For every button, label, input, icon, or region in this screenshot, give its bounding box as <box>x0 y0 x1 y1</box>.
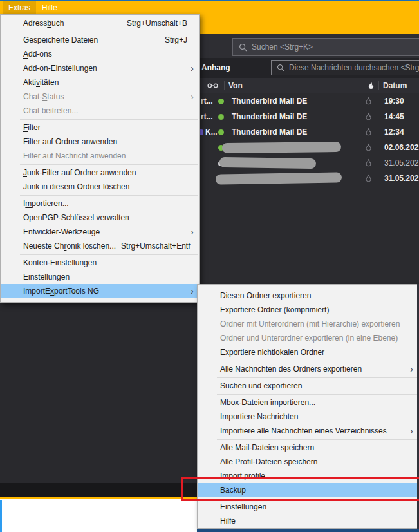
menu-separator <box>20 254 198 255</box>
menu-item-importiere-alle-nachrichten-eines-verzeichnisses[interactable]: Importiere alle Nachrichten eines Verzei… <box>198 424 418 438</box>
filter-messages-search-input[interactable]: Diese Nachrichten durchsuchen <Strg+ <box>271 60 419 75</box>
menu-item-openpgp-schlussel-verwalten[interactable]: OpenPGP-Schlüssel verwalten <box>1 211 199 225</box>
menubar-item-hilfe[interactable]: Hilfe <box>36 1 63 14</box>
flame-icon <box>365 128 372 136</box>
menu-item-label: Entwickler-Werkzeuge <box>23 225 100 239</box>
folder-pane-background <box>0 303 200 483</box>
taskbar-edge <box>197 529 419 532</box>
menu-item-label: Filter <box>23 120 41 135</box>
menu-item-label: Filter auf Ordner anwenden <box>23 135 117 149</box>
menu-item-filter[interactable]: Filter <box>1 120 199 135</box>
message-row[interactable]: rt...Thunderbird Mail DE14:45 <box>200 109 419 124</box>
menu-item-label: Alle Profil-Dateien speichern <box>220 455 317 469</box>
column-divider <box>364 81 364 90</box>
glasses-icon[interactable] <box>207 83 218 88</box>
menu-item-label: Hilfe <box>220 514 236 528</box>
menu-item-exportiere-nichtlokalen-ordner[interactable]: Exportiere nichtlokalen Ordner <box>198 345 418 359</box>
unread-indicator <box>218 99 224 104</box>
message-row[interactable]: rt...Thunderbird Mail DE19:30 <box>200 93 419 109</box>
menu-item-label: Importiere Nachrichten <box>220 410 298 424</box>
menu-item-importiere-nachrichten[interactable]: Importiere Nachrichten <box>198 410 418 424</box>
menu-item-mbox-dateien-importieren[interactable]: Mbox-Dateien importieren... <box>198 395 418 410</box>
menu-item-alle-nachrichten-des-ordners-exportieren[interactable]: Alle Nachrichten des Ordners exportieren… <box>198 362 418 376</box>
menu-item-importieren[interactable]: Importieren... <box>1 196 199 211</box>
chevron-right-icon: › <box>191 90 194 103</box>
menu-item-adressbuch[interactable]: AdressbuchStrg+Umschalt+B <box>1 16 199 30</box>
menu-item-alle-mail-dateien-speichern[interactable]: Alle Mail-Dateien speichern <box>198 441 418 455</box>
flame-icon[interactable] <box>368 81 375 90</box>
search-placeholder: Suchen <Strg+K> <box>252 43 313 52</box>
menu-item-suchen-und-exportieren[interactable]: Suchen und exportieren <box>198 379 418 393</box>
message-date: 02.06.2021 <box>384 140 419 155</box>
menu-item-label: Filter auf Nachricht anwenden <box>23 149 126 163</box>
column-header-von[interactable]: Von <box>228 78 243 93</box>
menu-item-einstellungen[interactable]: Einstellungen <box>198 500 418 514</box>
background-window <box>0 499 197 532</box>
search-icon <box>239 43 247 52</box>
menu-item-konten-einstellungen[interactable]: Konten-Einstellungen <box>1 256 199 270</box>
message-date: 31.05.2021, <box>384 155 419 171</box>
menu-item-aktivitaten[interactable]: Aktivitäten <box>1 75 199 90</box>
flame-icon <box>365 143 372 151</box>
menu-item-filter-auf-ordner-anwenden[interactable]: Filter auf Ordner anwenden <box>1 135 199 149</box>
menu-item-hilfe[interactable]: Hilfe <box>198 514 418 528</box>
menu-item-label: Alle Nachrichten des Ordners exportieren <box>220 362 362 376</box>
message-row[interactable]: 02.06.2021 <box>200 140 419 155</box>
menu-item-diesen-ordner-exportieren[interactable]: Diesen Ordner exportieren <box>198 289 418 303</box>
menu-item-einstellungen[interactable]: Einstellungen <box>1 270 199 284</box>
sender-name: Thunderbird Mail DE <box>232 124 307 140</box>
menu-item-label: Add-ons <box>23 47 52 61</box>
subject-fragment: rt... <box>201 93 213 109</box>
menu-separator <box>20 195 198 196</box>
menu-bar: ExtrasHilfe <box>0 1 63 14</box>
column-header-datum[interactable]: Datum <box>383 78 407 93</box>
chevron-right-icon: › <box>410 424 413 437</box>
menu-item-add-on-einstellungen[interactable]: Add-on-Einstellungen› <box>1 61 199 75</box>
message-row[interactable]: 31.05.2021, <box>200 155 419 171</box>
quick-filter-bar: Anhang Diese Nachrichten durchsuchen <St… <box>200 58 419 78</box>
menu-item-importexporttools-ng[interactable]: ImportExportTools NG› <box>1 284 199 298</box>
menu-item-exportiere-ordner-komprimiert[interactable]: Exportiere Ordner (komprimiert) <box>198 303 418 317</box>
tag-icon <box>200 129 203 135</box>
flame-icon <box>365 112 372 120</box>
menu-item-alle-profil-dateien-speichern[interactable]: Alle Profil-Dateien speichern <box>198 455 418 469</box>
menu-item-entwickler-werkzeuge[interactable]: Entwickler-Werkzeuge› <box>1 225 199 239</box>
extras-menu-dropdown: AdressbuchStrg+Umschalt+BGespeicherte Da… <box>0 14 200 303</box>
menu-item-junk-filter-auf-ordner-anwenden[interactable]: Junk-Filter auf Ordner anwenden <box>1 166 199 180</box>
menu-item-label: Einstellungen <box>23 270 70 284</box>
menu-item-label: Chat-Status <box>23 90 64 104</box>
menu-item-label: Aktivitäten <box>23 75 59 90</box>
menu-item-neueste-chronik-loschen[interactable]: Neueste Chronik löschen...Strg+Umschalt+… <box>1 239 199 253</box>
status-bar <box>0 483 200 497</box>
global-search-input[interactable]: Suchen <Strg+K> <box>232 38 419 56</box>
menu-separator <box>217 377 417 378</box>
menu-item-ordner-mit-unterordnern-mit-hierarchie-exportieren: Ordner mit Unterordnern (mit Hierarchie)… <box>198 317 418 331</box>
sender-name: Thunderbird Mail DE <box>232 93 307 109</box>
filter-attachment-label[interactable]: Anhang <box>201 58 230 78</box>
menu-item-label: Junk in diesem Ordner löschen <box>23 180 129 194</box>
message-date: 12:34 <box>384 124 404 140</box>
message-row[interactable]: 31.05.2021 <box>200 171 419 186</box>
background-window-accent <box>0 500 2 532</box>
message-date: 19:30 <box>384 93 404 109</box>
shortcut-label: Strg+Umschalt+B <box>127 16 187 30</box>
menu-item-label: Gespeicherte Dateien <box>23 33 98 47</box>
menubar-item-extras[interactable]: Extras <box>3 1 36 14</box>
chevron-right-icon: › <box>410 362 413 375</box>
menu-separator <box>20 164 198 165</box>
menu-item-label: Importiere alle Nachrichten eines Verzei… <box>220 424 387 438</box>
menu-item-label: Add-on-Einstellungen <box>23 61 97 75</box>
menu-item-label: Hilfe <box>42 3 57 12</box>
redacted-sender <box>216 172 342 184</box>
menu-item-add-ons[interactable]: Add-ons <box>1 47 199 61</box>
menu-separator <box>217 439 417 440</box>
menu-item-gespeicherte-dateien[interactable]: Gespeicherte DateienStrg+J <box>1 33 199 47</box>
menu-item-label: Adressbuch <box>23 16 64 30</box>
menu-item-label: Suchen und exportieren <box>220 379 302 393</box>
menu-separator <box>20 119 198 120</box>
message-row[interactable]: K...Thunderbird Mail DE12:34 <box>200 124 419 140</box>
backup-annotation-box <box>181 477 419 501</box>
menu-item-label: Exportiere Ordner (komprimiert) <box>220 303 329 317</box>
menu-item-junk-in-diesem-ordner-loschen[interactable]: Junk in diesem Ordner löschen <box>1 180 199 194</box>
main-toolbar: Suchen <Strg+K> <box>200 34 419 58</box>
